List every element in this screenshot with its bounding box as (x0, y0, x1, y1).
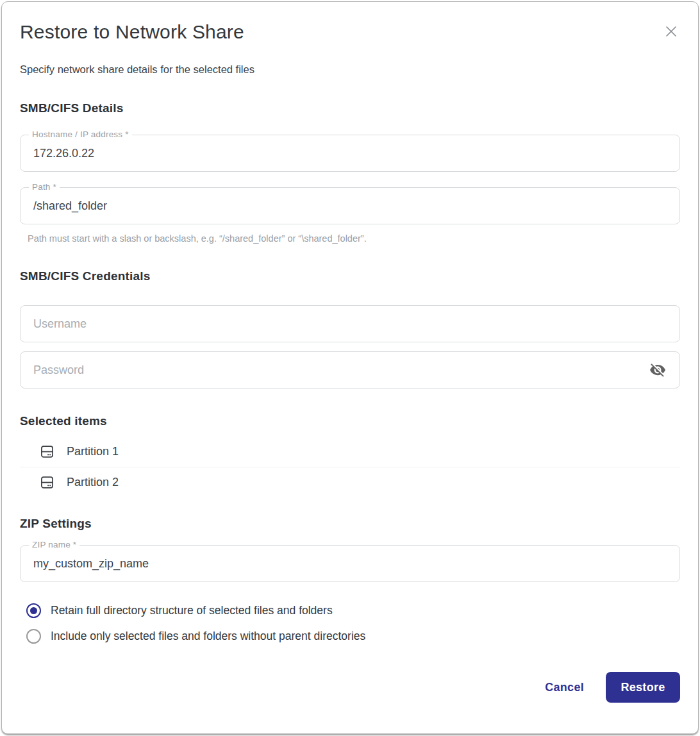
hostname-field-label: Hostname / IP address * (29, 130, 132, 139)
list-item: Partition 1 (20, 436, 680, 467)
visibility-off-icon[interactable] (649, 361, 667, 379)
selected-items-list: Partition 1 Partition 2 (20, 436, 680, 498)
dialog-subtitle: Specify network share details for the se… (20, 63, 680, 76)
zip-name-field[interactable]: ZIP name * (20, 545, 680, 582)
restore-button[interactable]: Restore (606, 672, 680, 703)
username-input[interactable] (33, 317, 667, 331)
hostname-input[interactable] (33, 147, 667, 160)
password-input[interactable] (33, 364, 649, 377)
hostname-field[interactable]: Hostname / IP address * (20, 135, 680, 172)
list-item-label: Partition 2 (67, 476, 119, 489)
dialog-title: Restore to Network Share (20, 21, 662, 43)
radio-retain-structure[interactable]: Retain full directory structure of selec… (20, 598, 680, 623)
radio-unselected-icon[interactable] (26, 629, 41, 644)
zip-name-field-label: ZIP name * (29, 540, 79, 549)
password-field[interactable] (20, 351, 680, 389)
dialog-footer: Cancel Restore (20, 672, 680, 703)
zip-structure-radio-group: Retain full directory structure of selec… (20, 598, 680, 649)
radio-selected-icon[interactable] (26, 603, 41, 618)
radio-only-selected[interactable]: Include only selected files and folders … (20, 623, 680, 649)
zip-settings-heading: ZIP Settings (20, 517, 680, 531)
path-field-label: Path * (29, 182, 60, 192)
cancel-button[interactable]: Cancel (545, 681, 584, 694)
username-field[interactable] (20, 305, 680, 342)
path-input[interactable] (33, 199, 667, 213)
zip-name-input[interactable] (33, 557, 667, 571)
radio-label: Include only selected files and folders … (51, 630, 365, 643)
radio-label: Retain full directory structure of selec… (51, 604, 333, 617)
close-icon[interactable] (662, 22, 680, 40)
path-helper-text: Path must start with a slash or backslas… (20, 233, 680, 244)
partition-icon (39, 444, 55, 460)
list-item: Partition 2 (20, 467, 680, 498)
list-item-label: Partition 1 (67, 445, 119, 458)
credentials-heading: SMB/CIFS Credentials (20, 269, 680, 283)
selected-items-heading: Selected items (20, 414, 680, 428)
partition-icon (39, 474, 55, 490)
restore-dialog: Restore to Network Share Specify network… (1, 1, 699, 734)
smb-details-heading: SMB/CIFS Details (20, 101, 680, 115)
dialog-header: Restore to Network Share (20, 21, 680, 43)
path-field[interactable]: Path * (20, 187, 680, 224)
